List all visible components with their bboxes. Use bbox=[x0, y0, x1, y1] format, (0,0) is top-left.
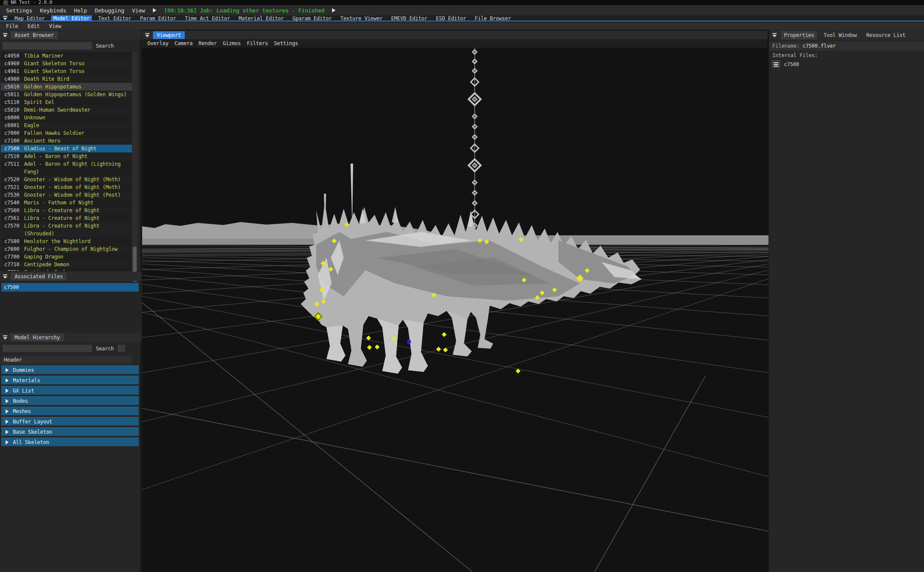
editor-tab[interactable]: EMEVD Editor bbox=[389, 15, 430, 21]
asset-name: Gnoster - Wisdom of Night (Pest) bbox=[24, 191, 132, 199]
asset-list-item[interactable]: c4980 Death Rite Bird bbox=[1, 75, 132, 83]
editor-tab[interactable]: File Browser bbox=[473, 15, 513, 21]
hierarchy-section-row[interactable]: Meshes bbox=[1, 407, 139, 415]
asset-list-item[interactable]: c6001 Eagle bbox=[1, 122, 132, 129]
editor-tab[interactable]: Map Editor bbox=[12, 15, 47, 21]
asset-list-item[interactable]: c7521 Gnoster - Wisdom of Night (Moth) bbox=[1, 183, 132, 191]
collapse-all-icon[interactable] bbox=[3, 15, 8, 21]
play-icon[interactable] bbox=[153, 8, 156, 12]
hierarchy-section-row[interactable]: Materials bbox=[1, 376, 139, 384]
asset-list-item[interactable]: c7710 Centipede Demon bbox=[1, 261, 132, 268]
collapse-panel-icon[interactable] bbox=[3, 274, 8, 279]
viewport-menu-item[interactable]: Camera bbox=[174, 40, 192, 46]
hierarchy-search-option-box[interactable] bbox=[117, 344, 125, 353]
asset-id: c7100 bbox=[4, 137, 24, 145]
associated-file-item[interactable]: c7500 bbox=[1, 283, 139, 292]
menu-item[interactable]: View bbox=[132, 7, 145, 14]
collapse-panel-icon[interactable] bbox=[3, 33, 8, 38]
asset-list-item[interactable]: c7500 Gladius - Beast of Night bbox=[1, 145, 132, 152]
asset-list-item[interactable]: c7510 Adel - Baron of Night bbox=[1, 152, 132, 160]
menu-item[interactable]: Debugging bbox=[95, 7, 125, 14]
asset-list-item[interactable]: c4960 Giant Skeleton Torso bbox=[1, 60, 132, 67]
viewport-header: Viewport bbox=[142, 30, 768, 40]
asset-list-item[interactable]: c7520 Gnoster - Wisdom of Night (Moth) bbox=[1, 176, 132, 183]
asset-id: c5010 bbox=[4, 83, 24, 91]
asset-list-scrollbar[interactable] bbox=[132, 52, 137, 271]
asset-list-item[interactable]: c7530 Gnoster - Wisdom of Night (Pest) bbox=[1, 191, 132, 199]
viewport-menu-item[interactable]: Overlay bbox=[147, 40, 168, 46]
dummy-marker bbox=[407, 339, 411, 344]
collapse-panel-icon[interactable] bbox=[145, 33, 150, 38]
menu-item[interactable]: Help bbox=[74, 7, 87, 14]
viewport-tab[interactable]: Viewport bbox=[153, 31, 185, 39]
asset-list-item[interactable]: c7540 Maris - Fathom of Night bbox=[1, 199, 132, 207]
hamburger-icon[interactable] bbox=[772, 61, 780, 68]
asset-list-item[interactable]: c7100 Ancient Hero bbox=[1, 137, 132, 145]
asset-list-item[interactable]: c6000 Unknown bbox=[1, 114, 132, 122]
asset-list-item[interactable]: c7580 Heolstor the Nightlord bbox=[1, 237, 132, 245]
hierarchy-section-row[interactable]: Nodes bbox=[1, 396, 139, 405]
file-menu-item[interactable]: View bbox=[49, 23, 61, 29]
editor-tab[interactable]: Model Editor bbox=[51, 15, 91, 21]
collapse-panel-icon[interactable] bbox=[3, 335, 8, 340]
asset-list-item[interactable]: c7600 Fulghor - Champion of Nightglow bbox=[1, 245, 132, 253]
collapse-panel-icon[interactable] bbox=[772, 33, 778, 38]
file-menu-item[interactable]: Edit bbox=[27, 23, 40, 29]
editor-tab[interactable]: Param Editor bbox=[138, 15, 178, 21]
viewport-menu-item[interactable]: Filters bbox=[247, 40, 268, 46]
asset-list-item[interactable]: c7700 Gaping Dragon bbox=[1, 253, 132, 261]
play-icon[interactable] bbox=[332, 8, 335, 12]
menu-item[interactable]: Keybinds bbox=[40, 7, 66, 14]
asset-list-item[interactable]: c7000 Fallen Hawks Soldier bbox=[1, 129, 132, 137]
hierarchy-section-row[interactable]: Buffer Layout bbox=[1, 417, 139, 426]
asset-list-item[interactable]: c7711 Centipede Grub bbox=[1, 268, 132, 271]
editor-tab[interactable]: Gparam Editor bbox=[290, 15, 334, 21]
asset-list-item[interactable]: c5110 Spirit Eel bbox=[1, 98, 132, 106]
model-hierarchy-header: Model Hierarchy bbox=[0, 333, 141, 342]
viewport-3d-canvas[interactable] bbox=[142, 48, 768, 572]
main-menubar: SettingsKeybindsHelpDebuggingView [00:18… bbox=[0, 5, 924, 15]
editor-tab[interactable]: Material Editor bbox=[237, 15, 286, 21]
associated-files-tab[interactable]: Associated Files bbox=[11, 273, 67, 280]
model-hierarchy-tab[interactable]: Model Hierarchy bbox=[11, 334, 64, 341]
asset-browser-tab[interactable]: Asset Browser bbox=[11, 31, 58, 39]
properties-tab[interactable]: Resource List bbox=[863, 31, 909, 40]
hierarchy-search-row: Search bbox=[2, 344, 125, 353]
asset-list-item[interactable]: c7560 Libra - Creature of Night bbox=[1, 207, 132, 214]
hierarchy-section-row[interactable]: Dummies bbox=[1, 365, 139, 374]
app-window: NR Test - 2.0.0 SettingsKeybindsHelpDebu… bbox=[0, 0, 924, 572]
asset-list-item[interactable]: c4961 Giant Skeleton Torso bbox=[1, 67, 132, 75]
window-titlebar: NR Test - 2.0.0 bbox=[0, 0, 924, 5]
asset-list-item[interactable]: c4950 Tibia Mariner bbox=[1, 52, 132, 60]
editor-tab[interactable]: Texture Viewer bbox=[338, 15, 384, 21]
left-panel: Asset Browser Search c4950 Tibia Mariner… bbox=[0, 30, 141, 572]
asset-list-item[interactable]: c7570 Libra - Creature of Night (Shroude… bbox=[1, 222, 132, 237]
hierarchy-section-row[interactable]: GX List bbox=[1, 386, 139, 395]
asset-id: c7710 bbox=[4, 261, 24, 268]
menu-item[interactable]: Settings bbox=[6, 7, 32, 14]
asset-search-input[interactable] bbox=[2, 42, 92, 50]
editor-tab[interactable]: Text Editor bbox=[96, 15, 134, 21]
properties-tab[interactable]: Tool Window bbox=[820, 31, 860, 40]
internal-file-row[interactable]: c7500 bbox=[772, 61, 799, 68]
hierarchy-section-row[interactable]: Base Skeleton bbox=[1, 427, 139, 436]
asset-name: Giant Skeleton Torso bbox=[24, 60, 132, 67]
asset-list-item[interactable]: c7561 Libra - Creature of Night bbox=[1, 214, 132, 222]
hierarchy-search-input[interactable] bbox=[2, 344, 92, 353]
hierarchy-section-row[interactable]: All Skeleton bbox=[1, 438, 139, 446]
asset-list-item[interactable]: c7511 Adel - Baron of Night (Lightning F… bbox=[1, 160, 132, 176]
viewport-menu-item[interactable]: Render bbox=[198, 40, 217, 46]
asset-list-item[interactable]: c5010 Golden Hippopotamus bbox=[1, 83, 132, 91]
asset-list-item[interactable]: c5810 Demi-Human Swordmaster bbox=[1, 106, 132, 114]
hierarchy-header-row[interactable]: Header bbox=[1, 356, 132, 364]
file-menu-item[interactable]: File bbox=[6, 23, 18, 29]
viewport-menu-item[interactable]: Gizmos bbox=[223, 40, 241, 46]
editor-tab[interactable]: Time Act Editor bbox=[183, 15, 232, 21]
asset-list: c4950 Tibia Mariner c4960 Giant Skeleton… bbox=[1, 52, 132, 271]
viewport-menu-item[interactable]: Settings bbox=[274, 40, 298, 46]
editor-tab[interactable]: ESD Editor bbox=[434, 15, 468, 21]
properties-tab[interactable]: Properties bbox=[781, 31, 817, 40]
asset-id: c7510 bbox=[4, 152, 24, 160]
asset-list-item[interactable]: c5011 Golden Hippopotamus (Golden Wings) bbox=[1, 91, 132, 98]
editor-tabbar: Map EditorModel EditorText EditorParam E… bbox=[0, 15, 924, 21]
